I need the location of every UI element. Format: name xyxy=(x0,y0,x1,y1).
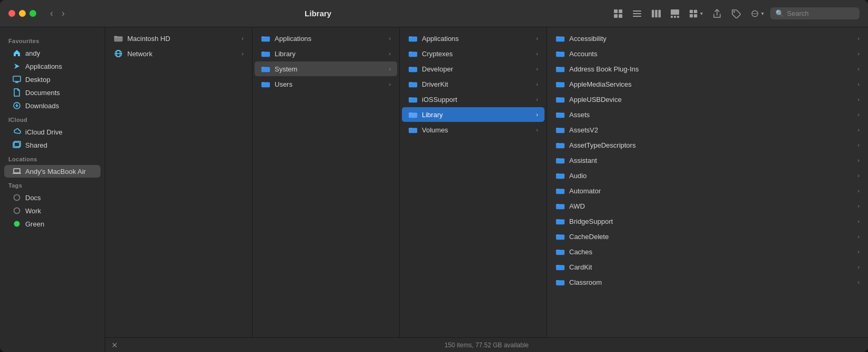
col3-item-iossupport[interactable]: iOSSupport › xyxy=(402,92,544,107)
browser-area: Macintosh HD › Network › xyxy=(105,27,868,352)
col2-item-library[interactable]: Library › xyxy=(255,46,397,61)
col1-network-chevron: › xyxy=(241,50,244,57)
sidebar-item-andy[interactable]: andy xyxy=(4,47,100,59)
col4-item-assets[interactable]: Assets › xyxy=(549,107,866,122)
col4-assistant-label: Assistant xyxy=(569,157,853,164)
share-button[interactable] xyxy=(709,7,725,20)
col4-item-cachedelete[interactable]: CacheDelete › xyxy=(549,229,866,244)
col4-item-classroom[interactable]: Classroom › xyxy=(549,275,866,289)
window-title: Library xyxy=(32,9,604,18)
svg-rect-3 xyxy=(619,14,622,18)
svg-point-31 xyxy=(14,208,20,214)
tag-green-icon xyxy=(13,220,21,228)
main-content: Favourites andy Applications xyxy=(0,27,868,352)
column-3: Applications › Cryptexes › xyxy=(400,27,547,337)
col3-driverkit-chevron: › xyxy=(536,81,538,87)
col3-applications-chevron: › xyxy=(536,35,538,42)
col3-iossupport-chevron: › xyxy=(536,96,538,102)
sidebar-item-macbook-label: Andy's MacBook Air xyxy=(25,168,86,175)
col2-applications-icon xyxy=(261,34,270,43)
minimize-button[interactable] xyxy=(19,10,26,17)
view-columns-button[interactable] xyxy=(648,7,664,20)
col1-macintosh-hd-label: Macintosh HD xyxy=(127,35,237,43)
sidebar-item-desktop[interactable]: Desktop xyxy=(4,73,100,86)
group-button[interactable]: ▾ xyxy=(686,7,706,20)
col4-audio-chevron: › xyxy=(857,172,860,179)
col4-item-assetsv2[interactable]: AssetsV2 › xyxy=(549,122,866,137)
sidebar-item-documents[interactable]: Documents xyxy=(4,86,100,99)
col3-iossupport-icon xyxy=(408,95,418,104)
col3-item-applications[interactable]: Applications › xyxy=(402,31,544,46)
sidebar-item-macbook[interactable]: Andy's MacBook Air xyxy=(4,165,100,178)
col2-system-chevron: › xyxy=(389,66,391,72)
col1-item-network[interactable]: Network › xyxy=(107,46,250,61)
sidebar-item-green-label: Green xyxy=(25,220,44,228)
col4-cachedelete-label: CacheDelete xyxy=(569,233,853,241)
svg-point-21 xyxy=(754,13,755,14)
sidebar-item-downloads-label: Downloads xyxy=(25,102,59,110)
sidebar-item-shared[interactable]: Shared xyxy=(4,139,100,151)
col3-item-library[interactable]: Library › xyxy=(402,107,544,122)
col4-assettypedescriptors-icon xyxy=(556,140,565,150)
col3-driverkit-icon xyxy=(408,79,418,89)
svg-rect-14 xyxy=(690,9,693,13)
col2-item-applications[interactable]: Applications › xyxy=(255,31,397,46)
col4-item-assettypedescriptors[interactable]: AssetTypeDescriptors › xyxy=(549,138,866,152)
col4-item-audio[interactable]: Audio › xyxy=(549,168,866,183)
col2-users-chevron: › xyxy=(389,81,391,87)
col4-item-appleusbdevice[interactable]: AppleUSBDevice › xyxy=(549,92,866,107)
search-input[interactable] xyxy=(787,9,855,17)
col4-item-awd[interactable]: AWD › xyxy=(549,199,866,213)
col3-item-driverkit[interactable]: DriverKit › xyxy=(402,77,544,91)
col3-library-icon xyxy=(408,110,418,119)
search-bar[interactable]: 🔍 xyxy=(770,7,860,19)
col4-item-assistant[interactable]: Assistant › xyxy=(549,153,866,168)
col2-applications-chevron: › xyxy=(389,35,391,42)
col3-item-cryptexes[interactable]: Cryptexes › xyxy=(402,46,544,61)
col2-item-system[interactable]: System › xyxy=(255,61,397,76)
col4-item-accounts[interactable]: Accounts › xyxy=(549,46,866,61)
view-gallery-button[interactable] xyxy=(667,7,683,20)
col4-item-caches[interactable]: Caches › xyxy=(549,244,866,259)
more-button[interactable]: ▾ xyxy=(747,7,767,20)
col3-item-developer[interactable]: Developer › xyxy=(402,61,544,76)
col4-automator-chevron: › xyxy=(857,188,860,194)
svg-point-22 xyxy=(756,13,757,14)
sidebar-item-applications[interactable]: Applications xyxy=(4,60,100,73)
sidebar-item-work-tag[interactable]: Work xyxy=(4,204,100,217)
sidebar-item-docs-tag[interactable]: Docs xyxy=(4,191,100,204)
sidebar-item-green-tag[interactable]: Green xyxy=(4,218,100,230)
col1-item-macintosh-hd[interactable]: Macintosh HD › xyxy=(107,31,250,46)
svg-rect-9 xyxy=(659,9,661,17)
col4-item-address-book[interactable]: Address Book Plug-Ins › xyxy=(549,61,866,76)
list-icon xyxy=(632,9,642,18)
sidebar-item-icloud[interactable]: iCloud Drive xyxy=(4,126,100,138)
col3-item-volumes[interactable]: Volumes › xyxy=(402,122,544,137)
col4-awd-label: AWD xyxy=(569,202,853,210)
sidebar: Favourites andy Applications xyxy=(0,27,105,352)
col4-item-cardkit[interactable]: CardKit › xyxy=(549,260,866,274)
sidebar-item-downloads[interactable]: Downloads xyxy=(4,99,100,112)
close-button[interactable] xyxy=(8,10,15,17)
sidebar-item-applications-label: Applications xyxy=(25,63,62,70)
col3-driverkit-label: DriverKit xyxy=(422,80,532,88)
svg-rect-16 xyxy=(690,14,693,17)
col4-item-accessibility[interactable]: Accessibility › xyxy=(549,31,866,46)
col2-item-users[interactable]: Users › xyxy=(255,77,397,91)
col4-item-applemediaservices[interactable]: AppleMediaServices › xyxy=(549,77,866,91)
share-icon xyxy=(712,9,722,18)
view-list-button[interactable] xyxy=(629,7,645,20)
col4-awd-chevron: › xyxy=(857,203,860,209)
statusbar-close-button[interactable]: ✕ xyxy=(112,341,118,349)
download-icon xyxy=(13,101,21,110)
col4-item-bridgesupport[interactable]: BridgeSupport › xyxy=(549,214,866,229)
column-1: Macintosh HD › Network › xyxy=(105,27,253,337)
col2-system-icon xyxy=(261,64,270,74)
tag-button[interactable] xyxy=(728,7,744,20)
svg-rect-7 xyxy=(652,9,654,17)
more-chevron: ▾ xyxy=(761,11,764,16)
col4-item-automator[interactable]: Automator › xyxy=(549,183,866,198)
view-grid-button[interactable] xyxy=(610,7,626,20)
shared-icon xyxy=(13,141,21,149)
sidebar-item-icloud-label: iCloud Drive xyxy=(25,128,63,136)
